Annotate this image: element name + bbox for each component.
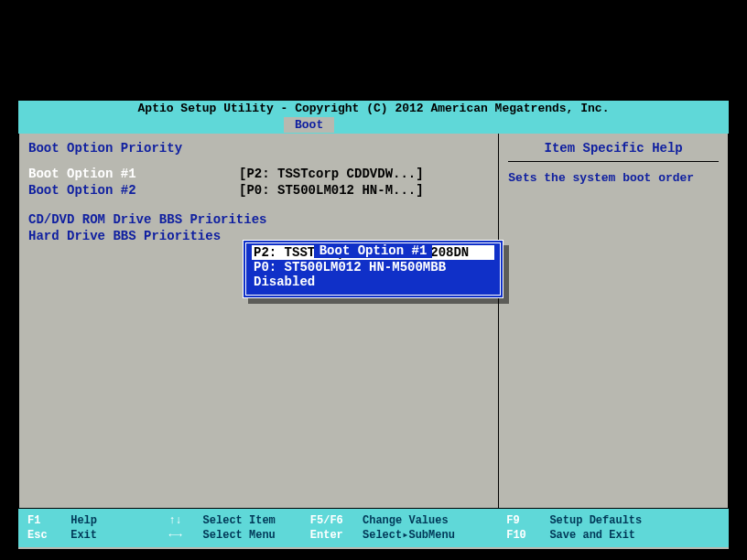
boot-option-2-value: [P0: ST500LM012 HN-M...] (239, 183, 424, 198)
help-header: Item Specific Help (508, 141, 719, 162)
boot-option-popup: Boot Option #1 P2: TSSTcorp CDDVDW SN-20… (243, 240, 503, 298)
key-f10: F10 (506, 528, 543, 543)
key-f9: F9 (506, 513, 543, 528)
title-bar: Aptio Setup Utility - Copyright (C) 2012… (18, 101, 729, 117)
title-text: Aptio Setup Utility - Copyright (C) 2012… (138, 102, 610, 115)
footer-bar: F1 Help ↑↓ Select Item F5/F6 Change Valu… (18, 509, 729, 547)
popup-option-disabled[interactable]: Disabled (252, 275, 494, 289)
help-text: Sets the system boot order (508, 171, 719, 185)
help-panel: Item Specific Help Sets the system boot … (499, 134, 728, 508)
label-help: Help (70, 513, 162, 528)
submenu-cddvd[interactable]: CD/DVD ROM Drive BBS Priorities (28, 212, 489, 227)
popup-title: Boot Option #1 (314, 243, 433, 258)
label-change-values: Change Values (363, 513, 500, 528)
label-select-item: Select Item (203, 513, 304, 528)
boot-option-1-label: Boot Option #1 (28, 167, 239, 181)
footer-row-1: F1 Help ↑↓ Select Item F5/F6 Change Valu… (27, 513, 720, 528)
left-panel: Boot Option Priority Boot Option #1 [P2:… (19, 134, 499, 508)
key-f5f6: F5/F6 (310, 513, 356, 528)
key-f1: F1 (27, 513, 64, 528)
label-setup-defaults: Setup Defaults (549, 513, 642, 528)
boot-option-1-value: [P2: TSSTcorp CDDVDW...] (239, 167, 424, 181)
boot-option-2-label: Boot Option #2 (28, 183, 239, 198)
label-select-submenu: Select▸SubMenu (363, 528, 500, 543)
label-select-menu: Select Menu (203, 528, 304, 543)
section-header: Boot Option Priority (28, 141, 489, 156)
key-esc: Esc (27, 528, 64, 543)
popup-option-p0[interactable]: P0: ST500LM012 HN-M500MBB (252, 260, 494, 275)
key-updown: ↑↓ (168, 513, 196, 528)
main-area: Boot Option Priority Boot Option #1 [P2:… (18, 134, 729, 509)
bios-screen: Aptio Setup Utility - Copyright (C) 2012… (18, 101, 729, 549)
tab-boot[interactable]: Boot (284, 117, 334, 133)
key-leftright: ←→ (168, 528, 196, 543)
label-save-exit: Save and Exit (549, 528, 635, 543)
label-exit: Exit (70, 528, 162, 543)
tab-bar[interactable]: Boot (18, 117, 729, 134)
footer-row-2: Esc Exit ←→ Select Menu Enter Select▸Sub… (27, 528, 720, 543)
boot-option-2-row[interactable]: Boot Option #2 [P0: ST500LM012 HN-M...] (28, 183, 489, 198)
boot-option-1-row[interactable]: Boot Option #1 [P2: TSSTcorp CDDVDW...] (28, 167, 489, 181)
key-enter: Enter (310, 528, 356, 543)
